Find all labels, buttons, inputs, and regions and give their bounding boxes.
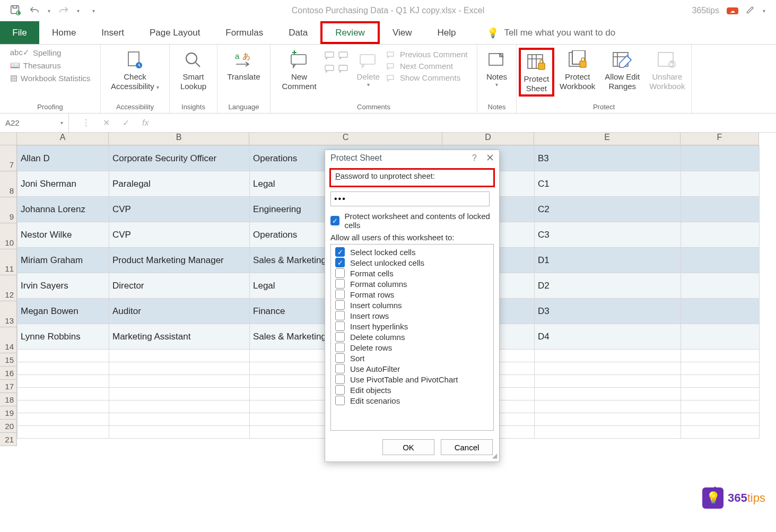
tab-home[interactable]: Home — [39, 21, 89, 44]
cell[interactable] — [18, 400, 109, 413]
tab-formulas[interactable]: Formulas — [213, 21, 276, 44]
resize-grip-icon[interactable]: ◢ — [492, 452, 497, 459]
cell[interactable] — [681, 197, 760, 222]
allow-edit-ranges-button[interactable]: Allow Edit Ranges — [600, 48, 644, 92]
cell[interactable] — [681, 273, 760, 299]
cell[interactable] — [681, 146, 760, 171]
permission-item[interactable]: Delete columns — [331, 332, 493, 342]
column-header[interactable]: B — [109, 133, 249, 145]
cell[interactable] — [681, 350, 760, 362]
notes-button[interactable]: Notes▾ — [482, 48, 511, 89]
permission-item[interactable]: ✓Select unlocked cells — [331, 257, 493, 268]
cell[interactable]: D1 — [535, 248, 681, 273]
cancel-button[interactable]: Cancel — [441, 439, 493, 455]
save-icon[interactable] — [10, 4, 21, 18]
pen-icon[interactable] — [746, 5, 755, 16]
row-header[interactable]: 18 — [0, 393, 17, 406]
cell[interactable]: D3 — [535, 299, 681, 324]
permission-item[interactable]: Insert rows — [331, 310, 493, 321]
cell[interactable] — [535, 400, 681, 413]
row-header[interactable]: 16 — [0, 367, 17, 380]
tab-page-layout[interactable]: Page Layout — [137, 21, 213, 44]
permission-item[interactable]: Insert hyperlinks — [331, 321, 493, 332]
confirm-formula-icon[interactable]: ✓ — [123, 118, 129, 128]
cell[interactable] — [681, 222, 760, 248]
row-header[interactable]: 20 — [0, 420, 17, 433]
cell[interactable]: Joni Sherman — [18, 171, 109, 197]
name-box[interactable]: A22▾ — [0, 114, 69, 132]
cell[interactable] — [535, 413, 681, 426]
close-icon[interactable] — [486, 154, 494, 163]
cell[interactable] — [18, 388, 109, 400]
comment-mini-icon[interactable] — [338, 64, 350, 75]
cell[interactable]: Nestor Wilke — [18, 222, 109, 248]
fx-icon[interactable]: fx — [142, 118, 149, 128]
cell[interactable] — [681, 171, 760, 197]
permission-item[interactable]: Format columns — [331, 278, 493, 289]
cell[interactable] — [681, 248, 760, 273]
cell[interactable]: Marketing Assistant — [109, 324, 250, 350]
check-accessibility-button[interactable]: Check Accessibility ▾ — [107, 48, 163, 92]
permission-item[interactable]: Edit scenarios — [331, 395, 493, 406]
row-header[interactable]: 8 — [0, 171, 17, 197]
cell[interactable] — [109, 362, 250, 375]
cell[interactable]: Allan D — [18, 146, 109, 171]
permission-item[interactable]: ✓Select locked cells — [331, 247, 493, 257]
cell[interactable]: Miriam Graham — [18, 248, 109, 273]
tell-me-search[interactable]: 💡 Tell me what you want to do — [468, 21, 615, 44]
cell[interactable]: D4 — [535, 324, 681, 350]
permission-item[interactable]: Format cells — [331, 268, 493, 278]
column-header[interactable]: E — [534, 133, 681, 145]
thesaurus-button[interactable]: 📖Thesaurus — [10, 60, 61, 70]
cell[interactable] — [535, 350, 681, 362]
permissions-list[interactable]: ✓Select locked cells✓Select unlocked cel… — [330, 244, 494, 431]
cell[interactable]: C3 — [535, 222, 681, 248]
cell[interactable] — [109, 350, 250, 362]
new-comment-button[interactable]: NewComment — [278, 48, 321, 92]
spelling-button[interactable]: abc✓Spelling — [10, 48, 62, 57]
ellipsis-icon[interactable]: ⋮ — [82, 118, 90, 128]
row-header[interactable]: 14 — [0, 327, 17, 353]
cell[interactable]: Johanna Lorenz — [18, 197, 109, 222]
tab-data[interactable]: Data — [276, 21, 320, 44]
redo-icon[interactable] — [58, 5, 69, 16]
cell[interactable]: Paralegal — [109, 171, 250, 197]
cell[interactable]: CVP — [109, 222, 250, 248]
cell[interactable] — [18, 362, 109, 375]
pen-dropdown-icon[interactable]: ▾ — [763, 8, 765, 14]
cancel-formula-icon[interactable]: ✕ — [103, 118, 110, 128]
select-all-corner[interactable] — [0, 133, 17, 145]
tab-insert[interactable]: Insert — [89, 21, 137, 44]
cell[interactable]: C2 — [535, 197, 681, 222]
cell[interactable] — [109, 375, 250, 388]
translate-button[interactable]: aあ Translate — [223, 48, 265, 92]
cell[interactable] — [681, 362, 760, 375]
cell[interactable] — [18, 426, 109, 439]
cell[interactable]: Director — [109, 273, 250, 299]
redo-dropdown-icon[interactable]: ▾ — [77, 8, 80, 14]
tab-view[interactable]: View — [380, 21, 425, 44]
permission-item[interactable]: Use PivotTable and PivotChart — [331, 374, 493, 385]
row-header[interactable]: 19 — [0, 406, 17, 420]
cell[interactable]: Megan Bowen — [18, 299, 109, 324]
cell[interactable] — [18, 413, 109, 426]
column-header[interactable]: A — [17, 133, 109, 145]
row-header[interactable]: 15 — [0, 353, 17, 367]
password-input[interactable] — [330, 191, 490, 206]
row-header[interactable]: 7 — [0, 145, 17, 171]
column-header[interactable]: C — [249, 133, 442, 145]
cell[interactable]: C1 — [535, 171, 681, 197]
permission-item[interactable]: Format rows — [331, 289, 493, 300]
comment-mini-icon[interactable] — [338, 51, 350, 62]
cell[interactable] — [535, 388, 681, 400]
cell[interactable] — [18, 350, 109, 362]
tab-help[interactable]: Help — [424, 21, 468, 44]
cell[interactable] — [535, 426, 681, 439]
qat-more-icon[interactable]: ▾ — [92, 8, 95, 14]
row-header[interactable]: 21 — [0, 433, 17, 446]
cell[interactable]: B3 — [535, 146, 681, 171]
cell[interactable] — [681, 413, 760, 426]
tab-review[interactable]: Review — [320, 21, 380, 44]
permission-item[interactable]: Edit objects — [331, 385, 493, 395]
cell[interactable] — [681, 324, 760, 350]
